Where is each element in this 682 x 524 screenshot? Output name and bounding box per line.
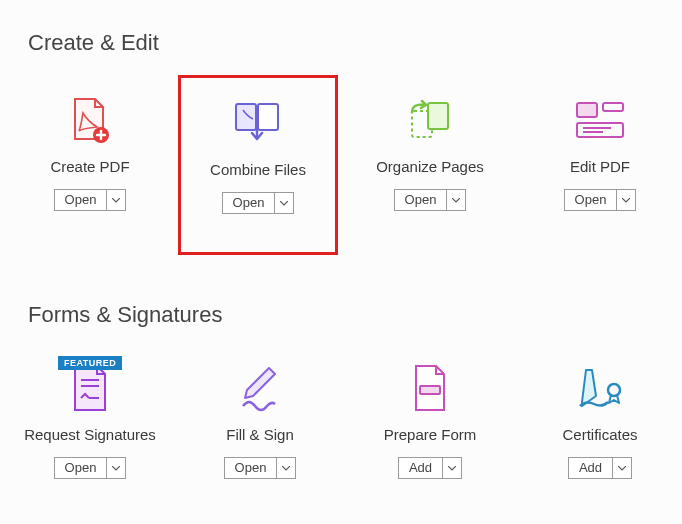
button-label[interactable]: Open xyxy=(395,190,448,210)
open-button-create-pdf[interactable]: Open xyxy=(54,189,127,211)
button-label[interactable]: Add xyxy=(569,458,613,478)
create-pdf-icon xyxy=(60,92,120,148)
tool-fill-sign[interactable]: Fill & Sign Open xyxy=(180,360,340,479)
certificates-icon xyxy=(570,360,630,416)
tool-label: Certificates xyxy=(520,426,680,443)
svg-rect-2 xyxy=(258,104,278,130)
button-label[interactable]: Open xyxy=(225,458,278,478)
button-label[interactable]: Open xyxy=(55,190,108,210)
svg-rect-6 xyxy=(603,103,623,111)
open-button-organize-pages[interactable]: Open xyxy=(394,189,467,211)
edit-pdf-icon xyxy=(570,92,630,148)
tool-request-signatures[interactable]: FEATURED Request Signatures Open xyxy=(10,360,170,479)
tool-label: Fill & Sign xyxy=(180,426,340,443)
chevron-down-icon[interactable] xyxy=(107,190,125,210)
svg-point-14 xyxy=(608,384,620,396)
chevron-down-icon[interactable] xyxy=(613,458,631,478)
open-button-edit-pdf[interactable]: Open xyxy=(564,189,637,211)
chevron-down-icon[interactable] xyxy=(617,190,635,210)
button-label[interactable]: Open xyxy=(55,458,108,478)
svg-rect-4 xyxy=(428,103,448,129)
open-button-request-signatures[interactable]: Open xyxy=(54,457,127,479)
tool-edit-pdf[interactable]: Edit PDF Open xyxy=(520,92,680,211)
chevron-down-icon[interactable] xyxy=(107,458,125,478)
section-title-forms-signatures: Forms & Signatures xyxy=(28,302,222,328)
tool-label: Combine Files xyxy=(181,161,335,178)
button-label[interactable]: Open xyxy=(223,193,276,213)
tool-label: Create PDF xyxy=(10,158,170,175)
chevron-down-icon[interactable] xyxy=(277,458,295,478)
tool-label: Request Signatures xyxy=(10,426,170,443)
organize-pages-icon xyxy=(400,92,460,148)
tool-organize-pages[interactable]: Organize Pages Open xyxy=(350,92,510,211)
featured-badge: FEATURED xyxy=(58,356,122,370)
open-button-fill-sign[interactable]: Open xyxy=(224,457,297,479)
svg-rect-7 xyxy=(577,123,623,137)
tool-create-pdf[interactable]: Create PDF Open xyxy=(10,92,170,211)
tool-prepare-form[interactable]: Prepare Form Add xyxy=(350,360,510,479)
button-label[interactable]: Add xyxy=(399,458,443,478)
combine-files-icon xyxy=(228,95,288,151)
fill-sign-icon xyxy=(230,360,290,416)
open-button-combine-files[interactable]: Open xyxy=(222,192,295,214)
svg-rect-13 xyxy=(420,386,440,394)
add-button-prepare-form[interactable]: Add xyxy=(398,457,462,479)
svg-rect-5 xyxy=(577,103,597,117)
tool-combine-files[interactable]: Combine Files Open xyxy=(178,75,338,255)
tool-label: Organize Pages xyxy=(350,158,510,175)
prepare-form-icon xyxy=(400,360,460,416)
chevron-down-icon[interactable] xyxy=(447,190,465,210)
button-label[interactable]: Open xyxy=(565,190,618,210)
svg-rect-1 xyxy=(236,104,256,130)
chevron-down-icon[interactable] xyxy=(443,458,461,478)
chevron-down-icon[interactable] xyxy=(275,193,293,213)
tool-certificates[interactable]: Certificates Add xyxy=(520,360,680,479)
tool-label: Prepare Form xyxy=(350,426,510,443)
tool-label: Edit PDF xyxy=(520,158,680,175)
section-title-create-edit: Create & Edit xyxy=(28,30,159,56)
add-button-certificates[interactable]: Add xyxy=(568,457,632,479)
